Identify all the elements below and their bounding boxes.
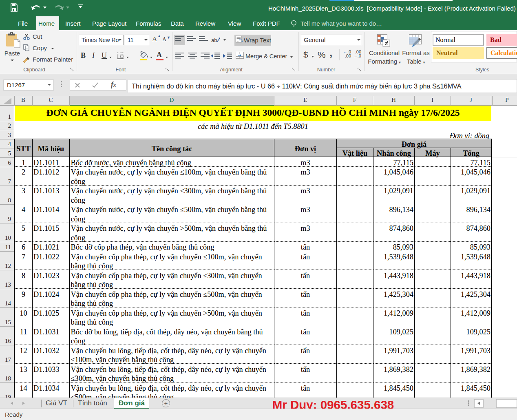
svg-text:ab: ab <box>211 37 217 43</box>
